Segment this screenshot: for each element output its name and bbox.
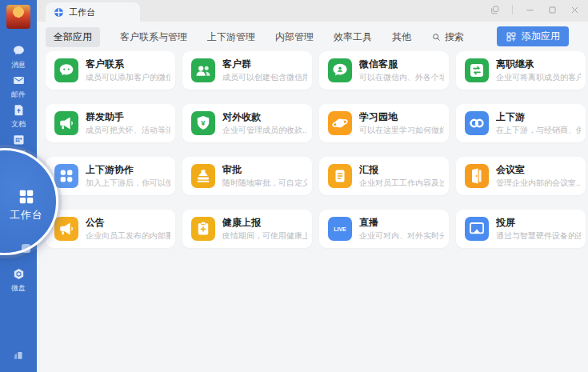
app-text: 健康上报疫情期间，可使用健康上... bbox=[222, 217, 307, 241]
app-text: 上下游协作加入上下游后，你可以便... bbox=[86, 164, 170, 188]
app-card[interactable]: 离职继承企业可将离职成员的客户... bbox=[456, 51, 586, 90]
transfer-icon bbox=[465, 58, 489, 82]
app-card[interactable]: LIVE直播企业可对内、对外实时分... bbox=[319, 210, 449, 248]
app-title: 公告 bbox=[86, 217, 170, 229]
app-text: 会议室管理企业内部的会议室... bbox=[496, 164, 581, 188]
app-title: 上下游 bbox=[496, 111, 581, 123]
chat-icon bbox=[12, 44, 26, 58]
app-card[interactable]: 会议室管理企业内部的会议室... bbox=[456, 157, 586, 195]
app-card[interactable]: 上下游在上下游，与经销商、供... bbox=[456, 104, 586, 142]
app-card[interactable]: 客户联系成员可以添加客户的微信... bbox=[46, 51, 175, 90]
app-title: 会议室 bbox=[496, 164, 581, 176]
app-text: 直播企业可对内、对外实时分... bbox=[359, 217, 444, 241]
app-description: 通过与智慧硬件设备的连接... bbox=[496, 230, 581, 241]
app-card[interactable]: 公告企业向员工发布的内部重... bbox=[46, 210, 175, 248]
stats-icon[interactable] bbox=[11, 349, 26, 362]
app-description: 在上下游，与经销商、供... bbox=[496, 125, 581, 135]
app-card[interactable]: 投屏通过与智慧硬件设备的连接... bbox=[456, 210, 586, 248]
app-description: 企业对员工工作内容及过... bbox=[359, 178, 444, 188]
filter-tab[interactable]: 上下游管理 bbox=[207, 30, 255, 44]
app-title: 上下游协作 bbox=[86, 164, 170, 176]
app-title: 审批 bbox=[222, 164, 307, 176]
app-description: 随时随地审批，可自定义... bbox=[222, 178, 307, 188]
app-title: 学习园地 bbox=[359, 111, 444, 123]
workbench-page: 全部应用客户联系与管理上下游管理内部管理效率工具其他搜索 添加应用 客户联系成员… bbox=[37, 22, 588, 372]
sidebar-item-drive[interactable]: 微盘 bbox=[0, 267, 37, 294]
sidebar-item-label: 消息 bbox=[11, 60, 26, 70]
user-avatar[interactable] bbox=[6, 5, 30, 29]
door-icon bbox=[465, 164, 489, 188]
mail-icon bbox=[12, 74, 26, 87]
app-card[interactable]: 健康上报疫情期间，可使用健康上... bbox=[182, 210, 312, 248]
filter-tab[interactable]: 其他 bbox=[392, 30, 411, 44]
svg-text:LIVE: LIVE bbox=[334, 226, 346, 232]
app-title: 客户群 bbox=[222, 58, 307, 70]
app-text: 离职继承企业可将离职成员的客户... bbox=[496, 58, 581, 82]
minimize-icon[interactable] bbox=[525, 5, 535, 15]
app-description: 可以在微信内、外各个场... bbox=[359, 72, 444, 82]
app-description: 企业可管理成员的收款... bbox=[222, 125, 307, 135]
app-title: 离职继承 bbox=[496, 58, 581, 70]
wechat-icon bbox=[54, 58, 78, 82]
app-card[interactable]: 群发助手成员可把关怀、活动等消... bbox=[46, 104, 175, 142]
planet-icon bbox=[328, 111, 352, 135]
app-description: 成员可以创建包含微信用... bbox=[222, 72, 307, 82]
filter-tab[interactable]: 内部管理 bbox=[275, 30, 314, 44]
close-icon[interactable] bbox=[570, 5, 580, 15]
report-doc-icon bbox=[328, 164, 352, 188]
app-card[interactable]: 汇报企业对员工工作内容及过... bbox=[319, 157, 449, 195]
search-icon bbox=[431, 32, 442, 42]
app-card[interactable]: 微信客服可以在微信内、外各个场... bbox=[319, 51, 449, 90]
app-title: 汇报 bbox=[359, 164, 444, 176]
sidebar-item-label: 文档 bbox=[11, 119, 26, 130]
calendar-icon bbox=[12, 133, 26, 146]
window-controls bbox=[490, 0, 580, 19]
filter-tab[interactable]: 全部应用 bbox=[46, 27, 100, 47]
app-title: 客户联系 bbox=[86, 58, 170, 70]
app-card[interactable]: 客户群成员可以创建包含微信用... bbox=[182, 51, 312, 90]
app-description: 企业向员工发布的内部重... bbox=[86, 230, 170, 241]
app-text: 群发助手成员可把关怀、活动等消... bbox=[86, 111, 170, 135]
app-title: 投屏 bbox=[496, 217, 581, 229]
app-description: 疫情期间，可使用健康上... bbox=[222, 230, 307, 241]
app-grid: 客户联系成员可以添加客户的微信...客户群成员可以创建包含微信用...微信客服可… bbox=[46, 51, 588, 248]
popout-icon[interactable] bbox=[490, 5, 500, 15]
app-card[interactable]: 审批随时随地审批，可自定义... bbox=[182, 157, 312, 195]
search[interactable]: 搜索 bbox=[431, 30, 464, 44]
app-description: 加入上下游后，你可以便... bbox=[86, 178, 170, 188]
stamp-icon bbox=[191, 164, 215, 188]
app-card[interactable]: 上下游协作加入上下游后，你可以便... bbox=[46, 157, 175, 195]
app-text: 审批随时随地审批，可自定义... bbox=[222, 164, 307, 188]
app-description: 成员可以添加客户的微信... bbox=[86, 72, 170, 82]
app-text: 上下游在上下游，与经销商、供... bbox=[496, 111, 581, 135]
grid-plus-icon bbox=[506, 31, 517, 42]
workbench-circle-icon bbox=[54, 7, 64, 18]
maximize-icon[interactable] bbox=[547, 5, 558, 15]
app-card[interactable]: 学习园地可以在这里学习如何做好... bbox=[319, 104, 449, 142]
docs-icon bbox=[12, 103, 26, 117]
grid-dots-icon bbox=[54, 164, 78, 188]
megaphone-icon bbox=[54, 217, 78, 241]
app-text: 微信客服可以在微信内、外各个场... bbox=[359, 58, 444, 82]
tab-workbench[interactable]: 工作台 bbox=[46, 2, 140, 22]
filter-tab[interactable]: 客户联系与管理 bbox=[120, 30, 187, 44]
app-text: 对外收款企业可管理成员的收款... bbox=[222, 111, 307, 135]
sidebar-item-mail[interactable]: 邮件 bbox=[0, 74, 37, 100]
app-title: 健康上报 bbox=[222, 217, 307, 229]
app-description: 管理企业内部的会议室... bbox=[496, 178, 581, 188]
app-card[interactable]: ¥对外收款企业可管理成员的收款... bbox=[182, 104, 312, 142]
app-text: 公告企业向员工发布的内部重... bbox=[86, 217, 170, 241]
titlebar: 工作台 bbox=[37, 0, 588, 22]
app-title: 微信客服 bbox=[359, 58, 444, 70]
chat-person-icon bbox=[328, 58, 352, 82]
app-title: 群发助手 bbox=[86, 111, 170, 123]
app-text: 学习园地可以在这里学习如何做好... bbox=[359, 111, 444, 135]
app-text: 客户群成员可以创建包含微信用... bbox=[222, 58, 307, 82]
infinity-icon bbox=[465, 111, 489, 135]
app-description: 企业可将离职成员的客户... bbox=[496, 72, 581, 82]
megaphone-icon bbox=[54, 111, 78, 135]
filter-tab[interactable]: 效率工具 bbox=[334, 30, 372, 44]
sidebar-item-chat[interactable]: 消息 bbox=[0, 44, 37, 70]
add-app-button[interactable]: 添加应用 bbox=[497, 26, 569, 46]
sidebar-item-docs[interactable]: 文档 bbox=[0, 103, 37, 130]
